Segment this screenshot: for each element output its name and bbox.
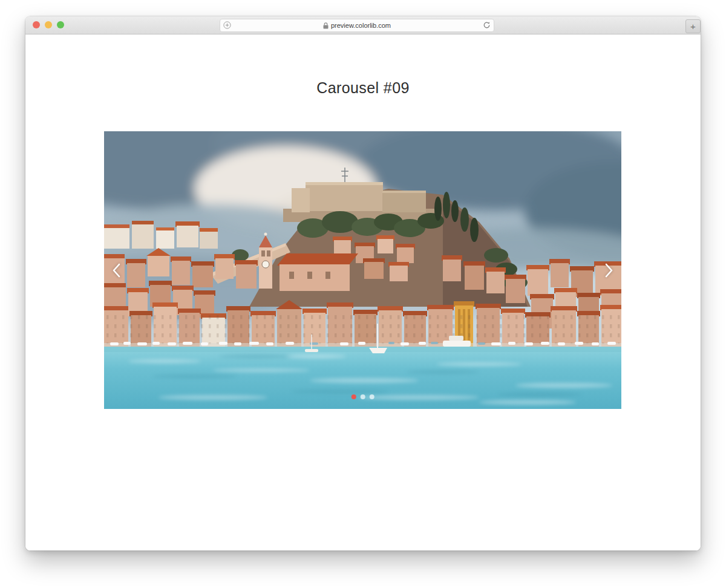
- zoom-button[interactable]: [57, 21, 64, 28]
- padlock-icon: [323, 22, 329, 29]
- browser-window: preview.colorlib.com + Carousel #09: [25, 16, 701, 550]
- carousel: [104, 131, 621, 409]
- page-title: Carousel #09: [25, 79, 701, 97]
- traffic-lights: [33, 21, 64, 28]
- minimize-button[interactable]: [45, 21, 52, 28]
- address-bar[interactable]: preview.colorlib.com: [220, 19, 494, 32]
- close-button[interactable]: [33, 21, 40, 28]
- carousel-next-button[interactable]: [601, 260, 616, 281]
- browser-toolbar: preview.colorlib.com +: [25, 16, 701, 34]
- chevron-left-icon: [109, 260, 125, 281]
- carousel-image: [104, 131, 621, 409]
- url-text: preview.colorlib.com: [331, 22, 391, 29]
- carousel-prev-button[interactable]: [109, 260, 125, 281]
- chevron-right-icon: [601, 260, 616, 281]
- new-tab-button[interactable]: +: [685, 19, 701, 33]
- carousel-indicator-2[interactable]: [360, 394, 365, 400]
- harbor-water: [104, 347, 621, 409]
- refresh-icon[interactable]: [483, 21, 491, 29]
- page-content: Carousel #09: [25, 34, 701, 550]
- url-text-group: preview.colorlib.com: [323, 22, 391, 29]
- carousel-indicator-3[interactable]: [369, 394, 374, 400]
- carousel-indicator-1[interactable]: [351, 394, 356, 400]
- carousel-indicators: [351, 394, 374, 400]
- circle-plus-icon[interactable]: [223, 21, 231, 29]
